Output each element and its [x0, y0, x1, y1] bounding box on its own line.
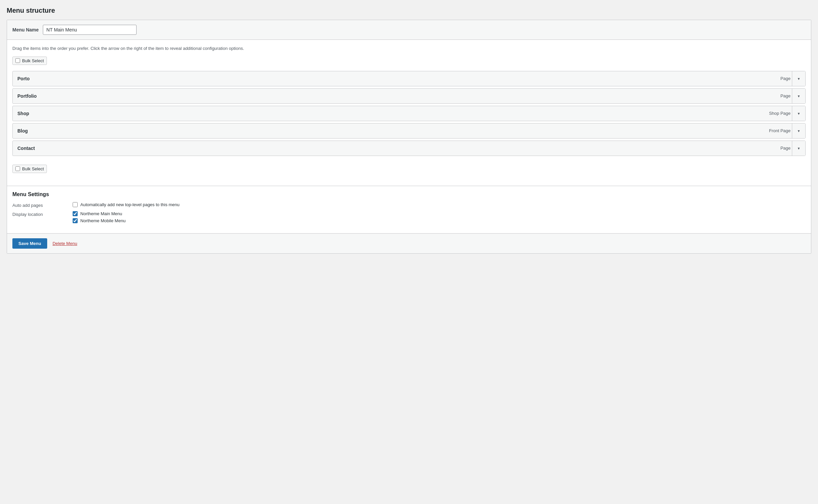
auto-add-pages-option-text: Automatically add new top-level pages to…: [80, 202, 179, 207]
menu-item-label-contact: Contact: [17, 146, 781, 151]
menu-item-label-blog: Blog: [17, 128, 769, 134]
chevron-down-icon-shop: [797, 111, 801, 116]
display-location-label: Display location: [12, 211, 73, 217]
menu-settings-title: Menu Settings: [12, 191, 806, 197]
northeme-main-menu-checkbox[interactable]: [73, 211, 78, 216]
footer-actions: Save Menu Delete Menu: [7, 233, 811, 253]
chevron-down-icon-portfolio: [797, 94, 801, 98]
menu-item-label-porto: Porto: [17, 76, 781, 81]
menu-name-label: Menu Name: [12, 27, 39, 32]
auto-add-pages-controls: Automatically add new top-level pages to…: [73, 202, 179, 207]
auto-add-pages-label: Auto add pages: [12, 202, 73, 208]
northeme-mobile-menu-row[interactable]: Northeme Mobile Menu: [73, 218, 126, 223]
save-menu-button[interactable]: Save Menu: [12, 238, 47, 249]
bulk-select-top[interactable]: Bulk Select: [12, 57, 47, 65]
menu-item-right-blog: Front Page: [769, 123, 805, 138]
delete-menu-button[interactable]: Delete Menu: [53, 241, 77, 246]
menu-name-row: Menu Name: [7, 20, 811, 40]
menu-item-label-portfolio: Portfolio: [17, 93, 781, 99]
menu-item-toggle-porto[interactable]: [792, 71, 805, 86]
menu-item-toggle-contact[interactable]: [792, 141, 805, 156]
chevron-down-icon-contact: [797, 146, 801, 151]
display-location-controls: Northeme Main Menu Northeme Mobile Menu: [73, 211, 126, 223]
menu-structure-container: Menu Name Drag the items into the order …: [7, 20, 811, 254]
chevron-down-icon-porto: [797, 76, 801, 81]
auto-add-pages-checkbox[interactable]: [73, 202, 78, 207]
menu-item-blog[interactable]: Blog Front Page: [12, 123, 806, 139]
menu-item-right-portfolio: Page: [781, 89, 805, 103]
chevron-down-icon-blog: [797, 129, 801, 133]
menu-name-input[interactable]: [43, 25, 137, 35]
northeme-main-menu-label: Northeme Main Menu: [80, 211, 122, 216]
menu-item-contact[interactable]: Contact Page: [12, 141, 806, 156]
northeme-mobile-menu-checkbox[interactable]: [73, 218, 78, 223]
menu-item-porto[interactable]: Porto Page: [12, 71, 806, 86]
menu-item-type-porto: Page: [781, 76, 792, 81]
bulk-select-checkbox-top[interactable]: [15, 58, 20, 63]
page-title: Menu structure: [7, 7, 811, 14]
menu-item-type-shop: Shop Page: [769, 111, 792, 116]
menu-items-list: Porto Page Portfolio Page Sh: [12, 71, 806, 158]
bulk-select-checkbox-bottom[interactable]: [15, 166, 20, 171]
northeme-mobile-menu-label: Northeme Mobile Menu: [80, 218, 126, 223]
menu-body: Drag the items into the order you prefer…: [7, 40, 811, 186]
menu-item-toggle-portfolio[interactable]: [792, 89, 805, 103]
menu-item-type-blog: Front Page: [769, 128, 792, 133]
menu-item-type-contact: Page: [781, 146, 792, 151]
menu-item-toggle-blog[interactable]: [792, 123, 805, 138]
menu-settings-section: Menu Settings Auto add pages Automatical…: [7, 186, 811, 233]
bulk-select-bottom[interactable]: Bulk Select: [12, 165, 47, 173]
auto-add-pages-checkbox-row[interactable]: Automatically add new top-level pages to…: [73, 202, 179, 207]
menu-item-toggle-shop[interactable]: [792, 106, 805, 121]
menu-item-portfolio[interactable]: Portfolio Page: [12, 88, 806, 104]
menu-item-right-porto: Page: [781, 71, 805, 86]
bulk-select-row-top: Bulk Select: [12, 57, 806, 65]
settings-row-display-location: Display location Northeme Main Menu Nort…: [12, 211, 806, 223]
menu-item-right-shop: Shop Page: [769, 106, 805, 121]
menu-item-shop[interactable]: Shop Shop Page: [12, 106, 806, 121]
northeme-main-menu-row[interactable]: Northeme Main Menu: [73, 211, 126, 216]
bulk-select-label-bottom: Bulk Select: [22, 166, 44, 171]
settings-row-auto-add: Auto add pages Automatically add new top…: [12, 202, 806, 208]
menu-item-label-shop: Shop: [17, 111, 769, 116]
bulk-select-label-top: Bulk Select: [22, 58, 44, 63]
bulk-select-row-bottom: Bulk Select: [12, 165, 806, 173]
menu-item-right-contact: Page: [781, 141, 805, 156]
menu-item-type-portfolio: Page: [781, 93, 792, 98]
drag-instruction: Drag the items into the order you prefer…: [12, 45, 806, 52]
